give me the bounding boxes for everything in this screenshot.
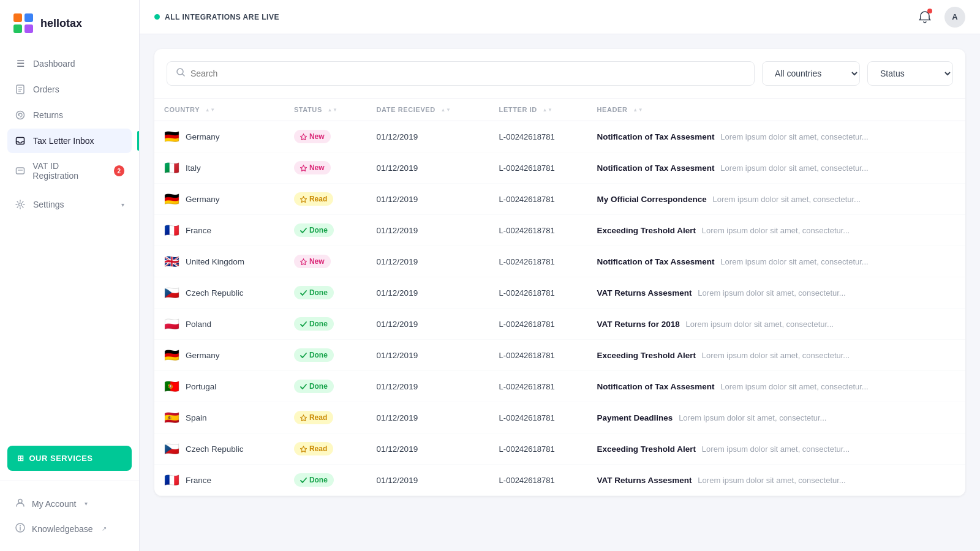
sidebar-item-dashboard[interactable]: ☰ Dashboard (7, 51, 132, 76)
status-cell: Done (284, 277, 367, 309)
logo-icon (12, 12, 34, 34)
status-cell: New (284, 152, 367, 184)
table-row[interactable]: 🇵🇱 Poland Done 01/12/2019 L-00242618781 … (154, 309, 965, 340)
country-flag: 🇪🇸 (164, 411, 179, 424)
status-badge: Read (294, 442, 333, 455)
main-area: ALL INTEGRATIONS ARE LIVE A All cou (140, 0, 980, 551)
country-flag: 🇮🇹 (164, 162, 179, 174)
knowledgebase-item[interactable]: Knowledgebase ↗ (7, 516, 132, 541)
country-flag: 🇩🇪 (164, 130, 179, 143)
country-flag: 🇫🇷 (164, 224, 179, 236)
header-cell: Notification of Tax Assesment Lorem ipsu… (587, 246, 965, 277)
country-cell: 🇫🇷 France (154, 465, 284, 496)
letter-id-cell: L-00242618781 (489, 277, 587, 309)
sidebar-item-tax-letter-inbox[interactable]: Tax Letter Inbox (7, 129, 132, 153)
letter-id-cell: L-00242618781 (489, 433, 587, 465)
status-badge: Done (294, 473, 334, 487)
table-header: COUNTRY ▲▼ STATUS ▲▼ DATE RECIEVED ▲▼ LE… (154, 99, 965, 121)
country-name: Germany (186, 195, 220, 204)
country-cell: 🇵🇱 Poland (154, 309, 284, 340)
svg-rect-1 (24, 13, 33, 22)
letter-id-cell: L-00242618781 (489, 121, 587, 152)
status-text: ALL INTEGRATIONS ARE LIVE (165, 13, 279, 21)
col-letter-id[interactable]: LETTER ID ▲▼ (489, 99, 587, 121)
svg-rect-2 (13, 24, 22, 33)
country-name: Poland (186, 320, 211, 329)
our-services-label: OUR SERVICES (29, 454, 93, 463)
country-filter[interactable]: All countries Germany Italy France Unite… (762, 61, 860, 86)
country-name: Spain (186, 413, 207, 422)
country-flag: 🇬🇧 (164, 255, 179, 268)
notification-badge (927, 9, 932, 13)
status-cell: New (284, 246, 367, 277)
external-link-icon: ↗ (102, 525, 107, 532)
sidebar-item-label: Returns (33, 110, 63, 120)
table-row[interactable]: 🇨🇿 Czech Republic Done 01/12/2019 L-0024… (154, 277, 965, 309)
country-flag: 🇩🇪 (164, 349, 179, 361)
status-badge: Done (294, 223, 334, 237)
status-filter[interactable]: Status New Read Done (867, 61, 953, 86)
header-cell: Notification of Tax Assesment Lorem ipsu… (587, 152, 965, 184)
table-row[interactable]: 🇩🇪 Germany New 01/12/2019 L-00242618781 … (154, 121, 965, 152)
my-account-item[interactable]: My Account ▾ (7, 491, 132, 516)
country-cell: 🇪🇸 Spain (154, 402, 284, 433)
date-cell: 01/12/2019 (367, 465, 489, 496)
country-name: Germany (186, 132, 220, 141)
country-name: Italy (186, 163, 201, 173)
country-cell: 🇩🇪 Germany (154, 340, 284, 371)
status-badge: Done (294, 286, 334, 299)
col-date[interactable]: DATE RECIEVED ▲▼ (367, 99, 489, 121)
letter-id-cell: L-00242618781 (489, 309, 587, 340)
user-avatar[interactable]: A (944, 7, 965, 28)
header-cell: VAT Returns Assesment Lorem ipsum dolor … (587, 277, 965, 309)
vat-icon (15, 165, 25, 176)
country-flag: 🇵🇱 (164, 318, 179, 330)
col-status[interactable]: STATUS ▲▼ (284, 99, 367, 121)
status-badge: New (294, 255, 331, 268)
status-cell: Done (284, 340, 367, 371)
search-input[interactable] (190, 69, 745, 78)
country-cell: 🇩🇪 Germany (154, 184, 284, 215)
status-badge: New (294, 161, 331, 174)
col-header[interactable]: HEADER ▲▼ (587, 99, 965, 121)
content-area: All countries Germany Italy France Unite… (140, 34, 980, 551)
status-cell: Done (284, 309, 367, 340)
status-badge: Done (294, 317, 334, 331)
country-flag: 🇵🇹 (164, 380, 179, 392)
table-row[interactable]: 🇮🇹 Italy New 01/12/2019 L-00242618781 No… (154, 152, 965, 184)
table-row[interactable]: 🇫🇷 France Done 01/12/2019 L-00242618781 … (154, 215, 965, 246)
sidebar: hellotax ☰ Dashboard Orders Returns Tax … (0, 0, 140, 551)
status-badge: New (294, 130, 331, 143)
sidebar-item-returns[interactable]: Returns (7, 103, 132, 127)
svg-point-8 (17, 111, 24, 119)
table-row[interactable]: 🇨🇿 Czech Republic Read 01/12/2019 L-0024… (154, 433, 965, 465)
table-row[interactable]: 🇬🇧 United Kingdom New 01/12/2019 L-00242… (154, 246, 965, 277)
status-cell: Done (284, 371, 367, 402)
search-box (167, 61, 755, 86)
my-account-label: My Account (32, 499, 76, 509)
country-name: Czech Republic (186, 444, 244, 454)
letter-id-cell: L-00242618781 (489, 402, 587, 433)
sidebar-item-orders[interactable]: Orders (7, 77, 132, 102)
table-row[interactable]: 🇩🇪 Germany Read 01/12/2019 L-00242618781… (154, 184, 965, 215)
table-row[interactable]: 🇫🇷 France Done 01/12/2019 L-00242618781 … (154, 465, 965, 496)
country-flag: 🇨🇿 (164, 443, 179, 455)
letter-id-cell: L-00242618781 (489, 340, 587, 371)
svg-line-17 (183, 74, 185, 77)
sidebar-item-vat-id[interactable]: VAT ID Registration 2 (7, 154, 132, 187)
status-badge: Done (294, 380, 334, 393)
country-flag: 🇨🇿 (164, 287, 179, 299)
table-row[interactable]: 🇩🇪 Germany Done 01/12/2019 L-00242618781… (154, 340, 965, 371)
table-row[interactable]: 🇪🇸 Spain Read 01/12/2019 L-00242618781 P… (154, 402, 965, 433)
header-cell: My Official Correspondence Lorem ipsum d… (587, 184, 965, 215)
date-cell: 01/12/2019 (367, 277, 489, 309)
date-cell: 01/12/2019 (367, 309, 489, 340)
sidebar-item-settings[interactable]: Settings ▾ (7, 192, 132, 217)
col-country[interactable]: COUNTRY ▲▼ (154, 99, 284, 121)
search-icon (176, 67, 186, 80)
table-row[interactable]: 🇵🇹 Portugal Done 01/12/2019 L-0024261878… (154, 371, 965, 402)
date-cell: 01/12/2019 (367, 371, 489, 402)
notification-bell-button[interactable] (914, 6, 936, 28)
our-services-button[interactable]: ⊞ OUR SERVICES (7, 446, 132, 471)
country-cell: 🇨🇿 Czech Republic (154, 277, 284, 309)
